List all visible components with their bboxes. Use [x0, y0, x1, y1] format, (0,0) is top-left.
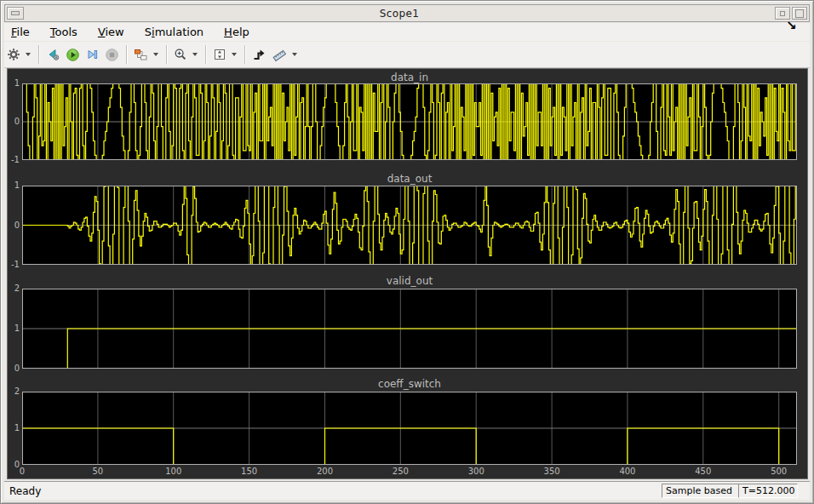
- toolbar: [4, 42, 810, 68]
- x-tick-label: 50: [92, 467, 103, 476]
- trigger-icon: [252, 48, 267, 61]
- step-forward-button[interactable]: [83, 44, 101, 65]
- menu-tools[interactable]: Tools: [43, 24, 84, 40]
- toolbar-separator: [166, 45, 167, 64]
- triggers-button[interactable]: [250, 44, 268, 65]
- y-tick-label: 1: [8, 78, 20, 89]
- measurements-dropdown-arrow[interactable]: [292, 53, 297, 56]
- x-tick-label: 0: [20, 467, 25, 476]
- zoom-button[interactable]: [172, 44, 189, 65]
- measurements-button[interactable]: [270, 44, 289, 65]
- window-menu-button[interactable]: [7, 7, 24, 20]
- y-tick-label: 0: [8, 220, 20, 231]
- scope-window: Scope1 FileToolsViewSimulationHelp: [0, 0, 814, 504]
- x-tick-label: 500: [771, 467, 787, 476]
- signal-selector-icon: [134, 48, 148, 61]
- fit-axes-icon: [213, 48, 226, 61]
- x-tick-label: 200: [317, 467, 333, 476]
- run-button[interactable]: [64, 44, 82, 65]
- y-tick-label: 1: [8, 324, 20, 334]
- toolbar-separator: [244, 45, 245, 64]
- zoom-dropdown-arrow[interactable]: [192, 53, 198, 56]
- y-tick-label: 1: [8, 423, 20, 433]
- plot-data-out: [22, 186, 797, 265]
- plot-valid-out: [22, 289, 797, 369]
- gear-icon: [7, 48, 20, 61]
- x-tick-label: 250: [393, 467, 409, 476]
- plot-coeff-switch: [22, 392, 797, 465]
- toolbar-separator: [205, 45, 206, 64]
- menu-view[interactable]: View: [91, 24, 131, 40]
- panel-title-coeff-switch: coeff_switch: [22, 378, 797, 390]
- stop-button[interactable]: [103, 44, 121, 65]
- menubar: FileToolsViewSimulationHelp: [4, 23, 810, 41]
- parameters-button[interactable]: [5, 44, 22, 65]
- menu-file[interactable]: File: [4, 24, 37, 40]
- status-message: Ready: [4, 485, 41, 497]
- y-tick-label: 0: [8, 460, 20, 470]
- step-back-button[interactable]: [44, 44, 62, 65]
- window-menu-icon: [11, 11, 20, 15]
- simulation-time-indicator: T=512.000: [738, 484, 798, 498]
- x-tick-label: 100: [165, 467, 181, 476]
- run-icon: [66, 48, 80, 62]
- y-tick-label: 0: [8, 364, 20, 374]
- title-bar: Scope1: [4, 4, 810, 22]
- toolbar-separator: [38, 45, 39, 64]
- menu-simulation[interactable]: Simulation: [138, 24, 210, 40]
- plot-data-in: [22, 83, 797, 160]
- signal-selector-dropdown-arrow[interactable]: [153, 53, 158, 56]
- scope-display: data_in data_out valid_out coeff_switch …: [7, 68, 808, 479]
- minimize-icon: [780, 11, 785, 16]
- fit-to-view-dropdown-arrow[interactable]: [232, 53, 237, 56]
- panel-title-data-out: data_out: [22, 173, 797, 185]
- step-forward-icon: [85, 48, 100, 61]
- signal-selector-button[interactable]: [132, 44, 150, 65]
- y-tick-label: -1: [8, 155, 20, 165]
- y-tick-label: -1: [8, 260, 20, 270]
- y-tick-label: 0: [8, 117, 20, 127]
- step-back-icon: [46, 48, 60, 61]
- toolbar-separator: [126, 45, 127, 64]
- maximize-icon: [795, 9, 804, 18]
- y-tick-label: 2: [8, 387, 20, 397]
- x-tick-label: 150: [241, 467, 257, 476]
- parameters-dropdown-arrow[interactable]: [26, 53, 31, 56]
- x-tick-label: 350: [544, 467, 560, 476]
- y-tick-label: 2: [8, 284, 20, 294]
- stop-icon: [105, 48, 119, 62]
- y-tick-label: 1: [8, 180, 20, 191]
- ruler-icon: [272, 48, 287, 62]
- zoom-in-icon: [174, 48, 187, 61]
- x-tick-label: 300: [468, 467, 484, 476]
- panel-title-valid-out: valid_out: [22, 275, 797, 287]
- x-tick-label: 450: [695, 467, 711, 476]
- window-title: Scope1: [24, 8, 775, 20]
- panel-title-data-in: data_in: [22, 72, 797, 83]
- menu-help[interactable]: Help: [217, 24, 256, 40]
- mouse-cursor: ↘: [786, 18, 797, 33]
- x-tick-label: 400: [619, 467, 635, 476]
- fit-to-view-button[interactable]: [211, 44, 228, 65]
- status-bar: Ready Sample based T=512.000: [4, 481, 810, 500]
- sample-mode-indicator: Sample based: [662, 484, 740, 498]
